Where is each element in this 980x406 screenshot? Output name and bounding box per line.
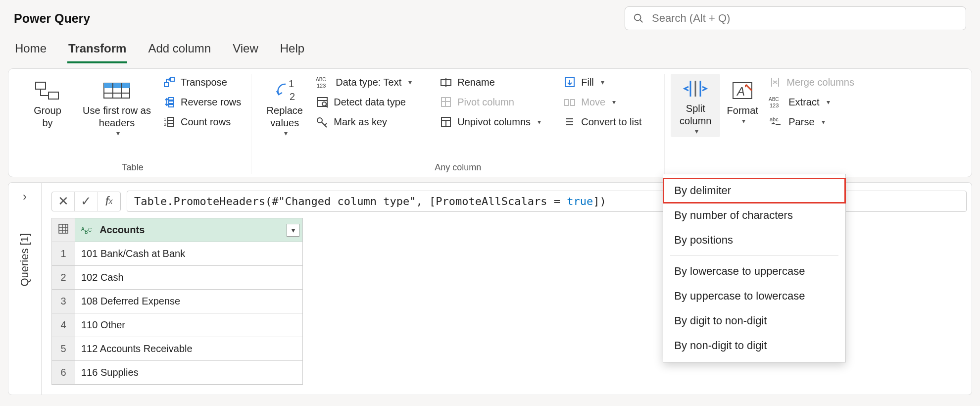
use-first-row-label: Use first row as headers [83,104,151,129]
search-box[interactable] [625,6,966,30]
commit-formula-button[interactable]: ✓ [75,192,98,211]
cell[interactable]: 102 Cash [75,266,303,290]
convert-to-list-button[interactable]: Convert to list [563,115,654,128]
table-row[interactable]: 2102 Cash [52,266,303,290]
row-number: 3 [52,290,75,313]
parse-button[interactable]: abc Parse▾ [769,115,870,128]
move-label: Move [581,97,605,108]
search-input[interactable] [651,11,958,25]
merge-columns-button: Merge columns [769,76,870,89]
table-row[interactable]: 3108 Deferred Expense [52,290,303,313]
row-number: 5 [52,337,75,361]
chevron-down-icon: ▾ [695,127,698,136]
queries-label[interactable]: Queries [1] [18,233,31,287]
svg-rect-5 [104,83,130,88]
table-icon [58,223,69,234]
data-grid[interactable]: ABC Accounts ▾ 1101 Bank/Cash at Bank 21… [51,218,303,385]
replace-values-button[interactable]: 12 Replace values▾ [257,74,312,141]
menu-by-number-of-characters[interactable]: By number of characters [663,203,845,228]
fx-button[interactable]: fx [98,192,120,211]
table-headers-icon [102,80,132,101]
rename-button[interactable]: Rename [440,76,555,89]
tab-view[interactable]: View [232,39,259,63]
transpose-button[interactable]: Transpose [163,76,241,89]
menu-by-digit-to-non-digit[interactable]: By digit to non-digit [663,308,845,333]
rename-icon [440,76,452,89]
table-row[interactable]: 5112 Accounts Receivable [52,337,303,361]
key-icon [316,115,329,128]
extract-button[interactable]: ABC123 Extract▾ [769,96,870,108]
expand-queries-button[interactable]: › [23,190,27,203]
split-column-button[interactable]: Split column▾ [671,74,720,137]
detect-data-type-button[interactable]: Detect data type [316,96,432,108]
format-icon: A [730,80,755,102]
split-column-label: Split column [680,102,711,127]
format-label: Format [727,104,758,117]
svg-rect-13 [169,104,174,107]
svg-text:123: 123 [317,83,326,89]
grid-corner-cell[interactable] [52,218,75,242]
group-by-button[interactable]: Group by [20,74,75,132]
reverse-rows-button[interactable]: Reverse rows [163,96,241,108]
unpivot-columns-label: Unpivot columns [457,116,531,128]
data-type-button[interactable]: ABC123 Data type: Text▾ [316,76,432,89]
tab-transform[interactable]: Transform [67,39,127,63]
cell[interactable]: 116 Supplies [75,361,303,385]
group-label-table: Table [20,159,245,174]
svg-text:2: 2 [164,122,166,127]
cell[interactable]: 112 Accounts Receivable [75,337,303,361]
svg-rect-9 [164,83,168,87]
table-row[interactable]: 4110 Other [52,313,303,337]
table-row[interactable]: 1101 Bank/Cash at Bank [52,242,303,266]
menu-by-lowercase-to-uppercase[interactable]: By lowercase to uppercase [663,259,845,284]
abc123-icon: ABC123 [316,76,331,89]
menu-by-positions[interactable]: By positions [663,228,845,253]
chevron-down-icon: ▾ [742,117,745,126]
replace-values-icon: 12 [271,78,298,103]
title-bar: Power Query [0,0,980,30]
cancel-formula-button[interactable]: ✕ [52,192,75,211]
column-filter-button[interactable]: ▾ [287,224,299,237]
chevron-down-icon: ▾ [822,118,825,126]
cell[interactable]: 101 Bank/Cash at Bank [75,242,303,266]
pivot-icon [440,96,452,108]
fill-button[interactable]: Fill▾ [563,76,654,89]
tab-add-column[interactable]: Add column [147,39,212,63]
svg-text:ABC: ABC [769,97,779,102]
chevron-down-icon: ▾ [612,98,616,106]
cell[interactable]: 110 Other [75,313,303,337]
count-rows-button[interactable]: 12 Count rows [163,115,241,128]
column-header-accounts[interactable]: ABC Accounts ▾ [75,218,303,242]
use-first-row-button[interactable]: Use first row as headers▾ [75,74,159,141]
svg-text:1: 1 [164,117,166,122]
menu-by-delimiter[interactable]: By delimiter [663,178,845,203]
grid-body: 1101 Bank/Cash at Bank 2102 Cash 3108 De… [52,242,303,385]
chevron-down-icon: ▾ [284,129,288,138]
tab-help[interactable]: Help [279,39,305,63]
chevron-down-icon: ▾ [538,118,541,126]
menu-by-non-digit-to-digit[interactable]: By non-digit to digit [663,333,845,358]
pivot-column-label: Pivot column [457,97,514,108]
column-header-label: Accounts [99,224,145,235]
cell[interactable]: 108 Deferred Expense [75,290,303,313]
svg-rect-3 [49,92,58,99]
chevron-down-icon: ▾ [408,78,412,86]
svg-rect-2 [36,82,46,89]
unpivot-icon [440,115,452,128]
svg-rect-14 [168,117,174,126]
format-button[interactable]: A Format ▾ [720,74,765,129]
unpivot-columns-button[interactable]: Unpivot columns▾ [440,115,555,128]
svg-text:C: C [88,227,92,233]
reverse-rows-icon [163,96,176,108]
formula-text-suffix: ]) [593,195,606,207]
ribbon-group-text-column: Split column▾ A Format ▾ Merge columns A… [665,74,880,174]
table-row[interactable]: 6116 Supplies [52,361,303,385]
svg-point-0 [635,14,641,21]
parse-label: Parse [788,116,814,128]
svg-point-27 [317,118,322,123]
move-icon [563,96,576,108]
menu-by-uppercase-to-lowercase[interactable]: By uppercase to lowercase [663,284,845,308]
data-type-label: Data type: Text [336,77,401,88]
tab-home[interactable]: Home [14,39,48,63]
mark-as-key-button[interactable]: Mark as key [316,115,432,128]
